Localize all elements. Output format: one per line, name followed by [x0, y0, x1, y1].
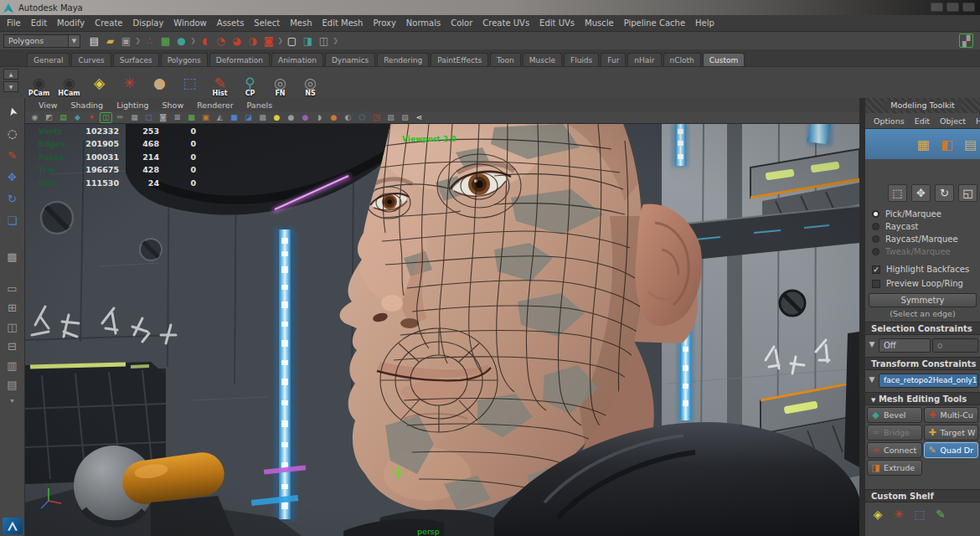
shelf-tab[interactable]: Custom: [703, 53, 745, 66]
mesh-tool-button[interactable]: ≈ Bridge: [867, 425, 922, 441]
multisample-icon[interactable]: ⬡: [356, 112, 369, 123]
grid-icon[interactable]: ▦: [128, 112, 141, 123]
cp-shelf-item[interactable]: ⚲ CP: [236, 69, 264, 97]
edge-mode-icon[interactable]: ▤: [964, 137, 977, 152]
hcam-shelf-item[interactable]: ◉ HCam: [55, 69, 83, 97]
menu-item[interactable]: Modify: [52, 18, 90, 28]
menu-set-selector[interactable]: Polygons ▼: [3, 34, 80, 48]
xray-icon[interactable]: ▧: [384, 112, 397, 123]
shelf-tab[interactable]: General: [27, 53, 70, 66]
layout-split-lr[interactable]: ◫: [3, 318, 23, 335]
shadows-icon[interactable]: ◗: [313, 112, 326, 123]
close-button[interactable]: ×: [962, 3, 975, 12]
last-tool-slot[interactable]: ▩: [3, 247, 23, 266]
shelf-tab[interactable]: Polygons: [161, 53, 208, 66]
toolkit-menu-item[interactable]: Help: [971, 116, 980, 126]
snap-point-icon[interactable]: ●: [174, 34, 188, 48]
shelf-tab[interactable]: Fluids: [564, 53, 599, 66]
vertex-mode-icon[interactable]: ◧: [941, 137, 953, 152]
textured-icon[interactable]: ◪: [242, 112, 255, 123]
ipr-render-icon[interactable]: ◨: [301, 34, 315, 48]
scale-tool[interactable]: ❏: [3, 211, 23, 230]
layout-single[interactable]: ▭: [3, 280, 23, 296]
marquee-shelf-item[interactable]: ⬚: [176, 69, 204, 97]
menu-item[interactable]: Edit: [26, 18, 52, 28]
render-settings-icon[interactable]: ◫: [317, 34, 331, 48]
isolate-icon[interactable]: ◳: [370, 112, 383, 123]
viewport-scene[interactable]: Verts1023322530 Edges2019054680 Faces100…: [25, 124, 859, 536]
marquee-custom-icon[interactable]: ⬚: [910, 505, 929, 523]
snap-grid-icon[interactable]: ∴: [142, 34, 157, 48]
separator[interactable]: ❯: [333, 34, 338, 48]
menu-item[interactable]: Edit UVs: [534, 18, 580, 28]
resolution-gate-icon[interactable]: ◙: [157, 112, 169, 123]
toolkit-checkbox[interactable]: Preview Loop/Ring: [865, 277, 980, 290]
safe-action-icon[interactable]: ▣: [199, 112, 212, 123]
wireframe-icon[interactable]: ◭: [214, 112, 226, 123]
new-scene-icon[interactable]: ▤: [87, 34, 101, 48]
layout-hypergraph[interactable]: ▤: [3, 376, 23, 393]
mesh-tool-button[interactable]: ≈ Connect: [867, 442, 922, 458]
custom-shelf-header[interactable]: Custom Shelf: [865, 489, 980, 502]
layout-menu-button[interactable]: ▾: [3, 395, 23, 405]
move-tool-icon[interactable]: ✥: [911, 184, 931, 202]
menu-item[interactable]: Create: [90, 18, 127, 28]
image-plane-icon[interactable]: ✦: [85, 112, 98, 123]
mesh-tool-button[interactable]: ◨ Extrude: [867, 460, 922, 476]
snap-curve-icon[interactable]: ▦: [158, 34, 173, 48]
mesh-editing-tools-header[interactable]: ▼ Mesh Editing Tools: [865, 392, 980, 405]
motionblur-icon[interactable]: ◐: [342, 112, 354, 123]
scale-tool-icon[interactable]: ◱: [958, 184, 977, 202]
layout-four[interactable]: ⊞: [3, 299, 23, 316]
viewport-menu-item[interactable]: Show: [156, 100, 191, 110]
brush-custom-icon[interactable]: ✎: [931, 505, 950, 523]
shelf-tab[interactable]: Animation: [271, 53, 323, 66]
viewport-menu-item[interactable]: View: [32, 100, 64, 110]
mesh-tool-button[interactable]: ✚ Multi-Cu: [924, 407, 979, 423]
separator[interactable]: ❯: [277, 34, 283, 48]
mesh-tool-button[interactable]: ◆ Bevel: [867, 407, 922, 423]
sphere-shelf-item[interactable]: ●: [146, 69, 173, 97]
mesh-tool-button[interactable]: ✚ Target W: [924, 425, 979, 441]
magnet-curve-icon[interactable]: ◔: [214, 34, 228, 48]
select-camera-icon[interactable]: ◉: [28, 112, 41, 123]
save-scene-icon[interactable]: ▣: [119, 34, 133, 48]
menu-item[interactable]: Pipeline Cache: [619, 18, 690, 28]
magnet-view-icon[interactable]: ◑: [245, 34, 260, 48]
checker-icon[interactable]: ▩: [256, 112, 269, 123]
light-purple-icon[interactable]: ●: [299, 112, 312, 123]
gate-mask-icon[interactable]: ⊠: [171, 112, 183, 123]
shelf-tab[interactable]: nHair: [627, 53, 661, 66]
open-scene-icon[interactable]: ▰: [103, 34, 117, 48]
menu-item[interactable]: Window: [168, 18, 211, 28]
shelf-tab[interactable]: Fur: [601, 53, 626, 66]
selection-mode-radio[interactable]: Pick/Marquee: [865, 208, 980, 220]
selection-mode-radio[interactable]: Raycast/Marquee: [865, 233, 980, 245]
ao-icon[interactable]: ●: [328, 112, 340, 123]
symmetry-button[interactable]: Symmetry: [869, 293, 977, 307]
menu-item[interactable]: Select: [249, 18, 285, 28]
menu-item[interactable]: Help: [690, 18, 720, 28]
shelf-tab[interactable]: Dynamics: [325, 53, 375, 66]
shelf-tab[interactable]: nCloth: [663, 53, 701, 66]
menu-item[interactable]: File: [2, 18, 26, 28]
selection-constraints-header[interactable]: Selection Constraints: [865, 322, 980, 335]
viewport-menu-item[interactable]: Renderer: [190, 100, 240, 110]
toolkit-menu-item[interactable]: Object: [935, 116, 971, 126]
render-view-icon[interactable]: ▢: [285, 34, 299, 48]
marquee-tool-icon[interactable]: ⬚: [888, 184, 907, 202]
transform-constraints-header[interactable]: Transform Constraints: [865, 357, 980, 370]
bookmark-icon[interactable]: ◆: [71, 112, 84, 123]
menu-item[interactable]: Display: [127, 18, 168, 28]
rotate-tool[interactable]: ↻: [3, 189, 23, 209]
move-tool[interactable]: ✥: [3, 168, 23, 187]
shelf-scroll-arrows[interactable]: ▲▼: [3, 69, 18, 94]
shelf-tab[interactable]: Toon: [490, 53, 521, 66]
selection-constraint-extra[interactable]: o: [932, 338, 978, 353]
lock-custom-icon[interactable]: ◈: [869, 505, 887, 523]
toolkit-menu-item[interactable]: Options: [869, 116, 910, 126]
lock-camera-icon[interactable]: ◩: [43, 112, 55, 123]
menu-item[interactable]: Color: [446, 18, 477, 28]
shelf-tab[interactable]: Muscle: [523, 53, 562, 66]
shelf-tab[interactable]: PaintEffects: [431, 53, 488, 66]
